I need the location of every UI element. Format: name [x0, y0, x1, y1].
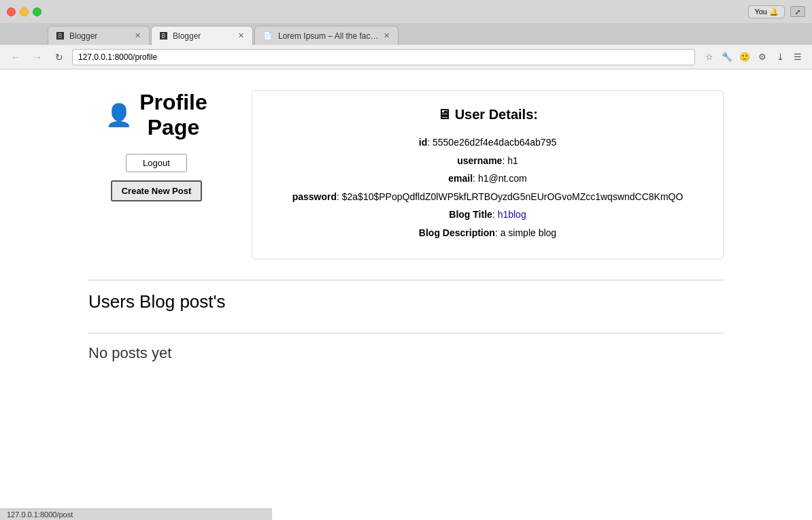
- page-content: 👤 Profile Page Logout Create New Post 🖥 …: [0, 69, 812, 520]
- tab-favicon-1: 🅱: [56, 32, 64, 40]
- user-details-card: 🖥 User Details: id: 5550e26d2f4e4dacb64a…: [252, 90, 724, 259]
- profile-layout: 👤 Profile Page Logout Create New Post 🖥 …: [88, 90, 724, 259]
- browser-chrome: You 🔔 ⤢ 🅱 Blogger ✕ 🅱 Blogger ✕ 📄 Lorem …: [0, 0, 812, 69]
- user-details-content: id: 5550e26d2f4e4dacb64ab795 username: h…: [273, 133, 703, 242]
- settings-icon[interactable]: ⚙: [755, 50, 770, 65]
- blog-description-row: Blog Description: a simple blog: [273, 224, 703, 242]
- password-label: password: [292, 191, 337, 202]
- menu-icon[interactable]: ☰: [790, 50, 805, 65]
- profile-left: 👤 Profile Page Logout Create New Post: [88, 90, 224, 201]
- tab-label-2: Blogger: [173, 31, 201, 41]
- window-traffic-lights: [7, 7, 41, 16]
- profile-title-text: Profile Page: [139, 90, 207, 140]
- tab-close-3[interactable]: ✕: [384, 31, 390, 40]
- extensions-icon[interactable]: 🔧: [720, 50, 734, 65]
- window-resize-button[interactable]: ⤢: [790, 6, 805, 17]
- tab-label-3: Lorem Ipsum – All the fac…: [278, 31, 378, 41]
- emoji-icon[interactable]: 🙂: [737, 50, 752, 65]
- close-window-button[interactable]: [7, 7, 16, 16]
- username-value: h1: [507, 155, 518, 166]
- id-label: id: [419, 137, 427, 148]
- tab-blogger-2[interactable]: 🅱 Blogger ✕: [151, 26, 253, 45]
- logout-button[interactable]: Logout: [126, 154, 187, 172]
- blog-posts-section-title: Users Blog post's: [88, 291, 724, 312]
- tab-favicon-3: 📄: [263, 31, 273, 40]
- blog-title-link[interactable]: h1blog: [498, 209, 526, 220]
- forward-button[interactable]: →: [29, 48, 46, 66]
- email-value: h1@nt.com: [478, 173, 527, 184]
- title-bar-right: You 🔔 ⤢: [748, 5, 805, 18]
- profile-title-line2: Page: [148, 115, 199, 140]
- no-posts-message: No posts yet: [88, 344, 724, 362]
- blog-title-row: Blog Title: h1blog: [273, 206, 703, 224]
- download-icon[interactable]: ⤓: [773, 50, 788, 65]
- nav-bar: ← → ↻ ☆ 🔧 🙂 ⚙ ⤓ ☰: [0, 45, 812, 69]
- tab-close-1[interactable]: ✕: [135, 31, 141, 40]
- nav-icons: ☆ 🔧 🙂 ⚙ ⤓ ☰: [702, 50, 805, 65]
- email-label: email: [448, 173, 473, 184]
- email-row: email: h1@nt.com: [273, 169, 703, 188]
- blog-title-label: Blog Title: [449, 209, 492, 220]
- url-bar[interactable]: [72, 49, 695, 65]
- profile-title-line1: Profile: [139, 90, 207, 114]
- status-bar: 127.0.0.1:8000/post: [0, 508, 272, 520]
- tab-lorem-ipsum[interactable]: 📄 Lorem Ipsum – All the fac… ✕: [254, 26, 399, 45]
- bookmark-icon[interactable]: ☆: [702, 50, 717, 65]
- maximize-window-button[interactable]: [33, 7, 41, 16]
- user-badge: You 🔔: [748, 5, 785, 18]
- blog-desc-label: Blog Description: [419, 227, 495, 238]
- tab-blogger-1[interactable]: 🅱 Blogger ✕: [48, 26, 150, 45]
- create-new-post-button[interactable]: Create New Post: [111, 180, 203, 201]
- id-value: 5550e26d2f4e4dacb64ab795: [433, 137, 556, 148]
- title-bar: You 🔔 ⤢: [0, 0, 812, 23]
- tab-close-2[interactable]: ✕: [238, 31, 244, 40]
- back-button[interactable]: ←: [7, 48, 24, 66]
- tab-favicon-2: 🅱: [160, 32, 167, 40]
- posts-divider: [88, 333, 724, 334]
- user-id-row: id: 5550e26d2f4e4dacb64ab795: [273, 133, 703, 152]
- user-details-title: 🖥 User Details:: [273, 107, 703, 123]
- profile-title: 👤 Profile Page: [105, 90, 207, 140]
- username-row: username: h1: [273, 152, 703, 170]
- section-divider: [88, 280, 724, 280]
- password-row: password: $2a$10$PPopQdfldZ0lWP5kfLRTBOy…: [273, 188, 703, 206]
- user-icon: 👤: [105, 102, 133, 128]
- username-label: username: [457, 155, 502, 166]
- password-value: $2a$10$PPopQdfldZ0lWP5kfLRTBOyzdG5nEUrOG…: [342, 191, 683, 202]
- refresh-button[interactable]: ↻: [50, 48, 68, 66]
- minimize-window-button[interactable]: [20, 7, 29, 16]
- blog-desc-value: a simple blog: [501, 227, 557, 238]
- tabs-bar: 🅱 Blogger ✕ 🅱 Blogger ✕ 📄 Lorem Ipsum – …: [0, 23, 812, 45]
- tab-label-1: Blogger: [69, 31, 97, 41]
